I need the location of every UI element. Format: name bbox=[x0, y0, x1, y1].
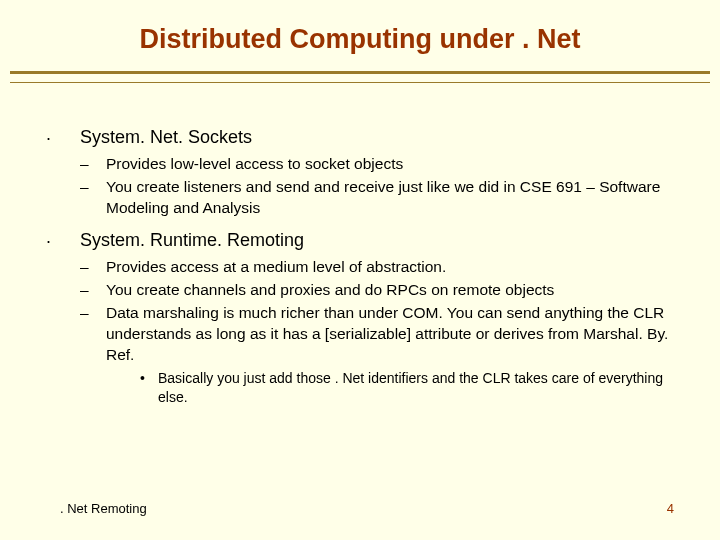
list-item: – Provides low-level access to socket ob… bbox=[80, 153, 674, 174]
dash-icon: – bbox=[80, 153, 106, 174]
list-item: – Provides access at a medium level of a… bbox=[80, 256, 674, 277]
dash-icon: – bbox=[80, 256, 106, 277]
dash-icon: – bbox=[80, 176, 106, 197]
dot-icon: • bbox=[140, 369, 158, 388]
list-text: Basically you just add those . Net ident… bbox=[158, 369, 674, 407]
list-item: · System. Net. Sockets bbox=[46, 125, 674, 149]
list-heading: System. Net. Sockets bbox=[80, 125, 252, 149]
sub-list: – Provides low-level access to socket ob… bbox=[46, 153, 674, 218]
slide: Distributed Computing under . Net · Syst… bbox=[0, 0, 720, 540]
list-item: • Basically you just add those . Net ide… bbox=[140, 369, 674, 407]
list-text: You create listeners and send and receiv… bbox=[106, 176, 674, 218]
bullet-icon: · bbox=[46, 125, 80, 149]
content-area: · System. Net. Sockets – Provides low-le… bbox=[0, 91, 720, 407]
list-text: You create channels and proxies and do R… bbox=[106, 279, 554, 300]
dash-icon: – bbox=[80, 279, 106, 300]
list-item: – You create channels and proxies and do… bbox=[80, 279, 674, 300]
list-item: – Data marshaling is much richer than un… bbox=[80, 302, 674, 365]
page-number: 4 bbox=[667, 501, 674, 516]
list-item: · System. Runtime. Remoting bbox=[46, 228, 674, 252]
sub-list: – Provides access at a medium level of a… bbox=[46, 256, 674, 407]
bullet-icon: · bbox=[46, 228, 80, 252]
rule-thick bbox=[10, 71, 710, 74]
list-text: Provides access at a medium level of abs… bbox=[106, 256, 446, 277]
footer-text: . Net Remoting bbox=[60, 501, 147, 516]
dash-icon: – bbox=[80, 302, 106, 323]
title-rule bbox=[10, 71, 710, 83]
subsub-list: • Basically you just add those . Net ide… bbox=[80, 369, 674, 407]
list-heading: System. Runtime. Remoting bbox=[80, 228, 304, 252]
list-item: – You create listeners and send and rece… bbox=[80, 176, 674, 218]
list-text: Provides low-level access to socket obje… bbox=[106, 153, 403, 174]
slide-title: Distributed Computing under . Net bbox=[0, 0, 720, 63]
list-text: Data marshaling is much richer than unde… bbox=[106, 302, 674, 365]
rule-thin bbox=[10, 82, 710, 83]
